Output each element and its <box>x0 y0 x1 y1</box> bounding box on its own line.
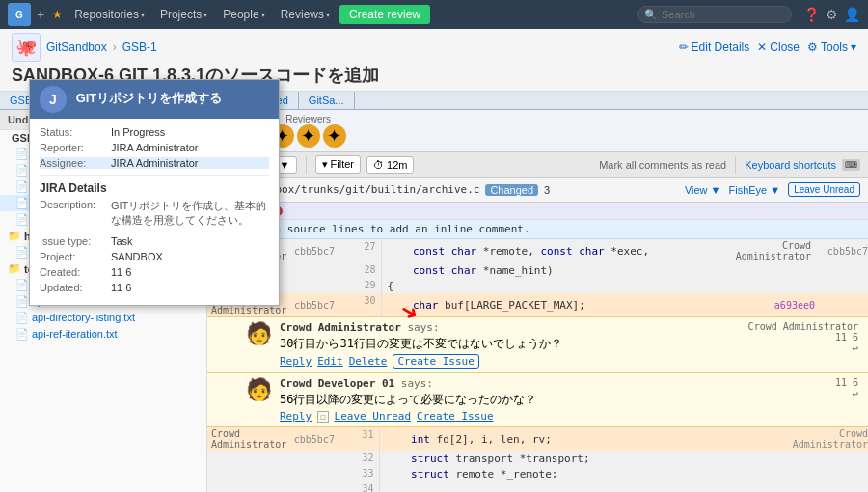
popup-jira-icon: J <box>40 86 67 113</box>
popup-assignee-row: Assignee: JIRA Administrator <box>40 157 269 169</box>
popup-jira-label: JIRA Details <box>40 181 269 195</box>
comment-content-1: Crowd Administrator says: 30行目から31行目の変更は… <box>280 321 562 369</box>
settings-icon[interactable]: ⚙ <box>826 7 838 22</box>
popup-updated-row: Updated: 11 6 <box>40 282 269 293</box>
popup-type-row: Issue type: Task <box>40 235 269 247</box>
diff-code-30[interactable]: char buf[LARGE_PACKET_MAX]; <box>381 293 728 316</box>
user-icon[interactable]: 👤 <box>844 7 860 22</box>
comment-text-2: 56行目以降の変更によって必要になったのかな？ <box>280 392 536 408</box>
search-input[interactable] <box>637 6 792 23</box>
sidebar-api-dir[interactable]: 📄api-directory-listing.txt <box>0 310 206 326</box>
comment-user-1: Crowd Administrator <box>280 321 401 334</box>
table-row: Crowd Administrator cbb5bc7 27 const cha… <box>207 239 868 262</box>
diff-code-28[interactable]: const char *name_hint) <box>381 262 728 278</box>
inline-comment-1: 🧑 Crowd Administrator says: 30行目から31行目の変… <box>207 316 868 373</box>
breadcrumb-separator: › <box>113 41 117 54</box>
mark-all-btn[interactable]: Mark all comments as read <box>599 159 726 171</box>
reviewer-avatar-2: ✦ <box>297 124 320 148</box>
comment-user-2: Crowd Developer 01 <box>280 377 394 390</box>
table-row: 34 <box>207 481 868 492</box>
nav-projects[interactable]: Projects▾ <box>154 6 213 23</box>
help-icon[interactable]: ❓ <box>803 7 820 22</box>
diff-line-32: 32 <box>346 451 379 466</box>
diff-right-user: Crowd Administrator <box>728 239 815 262</box>
reply-btn-1[interactable]: Reply <box>280 355 312 368</box>
create-issue-btn-1[interactable]: Create Issue <box>393 354 478 369</box>
nav-star-icon[interactable]: ★ <box>50 8 65 21</box>
commit-row: ▶ a693ae0 <box>207 203 868 220</box>
nav-right-icons: ❓ ⚙ 👤 <box>803 7 860 22</box>
leave-unread-btn-2[interactable]: Leave Unread <box>335 410 411 423</box>
diff-line-27: 27 <box>347 239 381 262</box>
popup-status-row: Status: In Progress <box>40 126 269 138</box>
hint-row: ☞ Click on source lines to add an inline… <box>207 220 868 239</box>
tools-button[interactable]: ⚙ Tools ▾ <box>807 41 856 54</box>
nav-people[interactable]: People▾ <box>217 6 270 23</box>
leave-unread-btn[interactable]: Leave Unread <box>788 182 860 197</box>
table-row: 33 struct remote *_remote; <box>207 466 868 481</box>
tab-gits[interactable]: GitSa... <box>299 92 355 109</box>
table-row: 29 { <box>207 278 868 293</box>
fisheye-button[interactable]: FishEye ▼ <box>728 184 780 196</box>
comment-right-2: 11 6 ↩ <box>835 377 858 423</box>
time-badge[interactable]: ⏱ 12m <box>366 156 414 174</box>
popup-separator <box>40 175 269 176</box>
edit-btn-1[interactable]: Edit <box>317 355 343 368</box>
diff-line-29: 29 <box>347 278 381 293</box>
reply-btn-2[interactable]: Reply <box>280 410 312 423</box>
search-area: 🔍 <box>637 6 792 23</box>
create-issue-btn-2[interactable]: Create Issue <box>417 410 493 423</box>
comment-avatar-2: 🧑 <box>246 377 272 423</box>
delete-btn-1[interactable]: Delete <box>349 355 388 368</box>
inline-comment-2: 🧑 Crowd Developer 01 says: 56行目以降の変更によって… <box>207 373 868 427</box>
diff-right-rev: cbb5bc7 <box>815 239 868 262</box>
table-row: Crowd Administrator cbb5bc7 31 int fd[2]… <box>207 427 868 451</box>
diff-area: ▶ a693ae0 ☞ Click on source lines to add… <box>207 203 868 492</box>
diff-code-34[interactable] <box>379 481 711 492</box>
search-wrapper: 🔍 <box>637 6 792 23</box>
toolbar-divider-1 <box>306 156 307 174</box>
diff-line-34: 34 <box>346 481 379 492</box>
jira-popup: J GITリポジトリを作成する Status: In Progress Repo… <box>29 79 280 306</box>
content-area: Moderator 🧑 Reviewers ✦ ✦ ✦ ▼ Prefs ▼ <box>207 110 868 492</box>
popup-created-row: Created: 11 6 <box>40 266 269 278</box>
table-row: 32 struct transport *transport; <box>207 451 868 466</box>
sidebar-api-ref[interactable]: 📄api-ref-iteration.txt <box>0 326 206 342</box>
keyboard-badge: ⌨ <box>842 159 860 171</box>
edit-details-button[interactable]: ✏ Edit Details <box>679 41 750 54</box>
nav-repositories[interactable]: Repositories▾ <box>68 6 150 23</box>
table-row: 28 const char *name_hint) <box>207 262 868 278</box>
comment-text-1: 30行目から31行目の変更は不変ではないでしょうか？ <box>280 336 562 352</box>
toolbar: ▼ Prefs ▼ ▾ Filter ⏱ 12m Mark all commen… <box>207 152 868 178</box>
reviewer-avatars: ✦ ✦ ✦ <box>271 124 346 148</box>
diff-code-32[interactable]: struct transport *transport; <box>379 451 711 466</box>
close-button[interactable]: ✕ Close <box>757 41 800 54</box>
comment-fold-2[interactable]: ↩ <box>852 388 858 400</box>
diff-code-31[interactable]: int fd[2], i, len, rv; <box>379 427 711 451</box>
changed-badge: Changed <box>485 184 538 196</box>
search-icon: 🔍 <box>644 9 658 21</box>
view-button[interactable]: View ▼ <box>685 184 721 196</box>
diff-table-2: Crowd Administrator cbb5bc7 31 int fd[2]… <box>207 427 868 492</box>
create-review-button[interactable]: Create review <box>339 5 430 24</box>
reviewers-group: Reviewers ✦ ✦ ✦ <box>271 114 346 148</box>
nav-reviews[interactable]: Reviews▾ <box>275 6 336 23</box>
diff-code-27[interactable]: const char *remote, const char *exec, <box>381 239 728 262</box>
diff-line-31: 31 <box>346 427 379 451</box>
reviewer-avatar-3: ✦ <box>323 124 346 148</box>
diff-line-33: 33 <box>346 466 379 481</box>
toolbar-right: Mark all comments as read Keyboard short… <box>599 156 860 174</box>
comment-header-2: Crowd Developer 01 says: <box>280 377 536 390</box>
comment-header-1: Crowd Administrator says: <box>280 321 562 334</box>
nav-plus-icon[interactable]: + <box>35 7 46 22</box>
diff-code-33[interactable]: struct remote *_remote; <box>379 466 711 481</box>
keyboard-shortcuts-btn[interactable]: Keyboard shortcuts <box>745 159 836 171</box>
breadcrumb-org[interactable]: GitSandbox <box>46 41 107 54</box>
comment-actions-1: Reply Edit Delete Create Issue <box>280 354 562 369</box>
popup-header: J GITリポジトリを作成する <box>30 80 279 119</box>
popup-reporter-row: Reporter: JIRA Administrator <box>40 142 269 153</box>
breadcrumb-project[interactable]: GSB-1 <box>122 41 157 54</box>
filter-button[interactable]: ▾ Filter <box>315 155 362 174</box>
diff-code-29[interactable]: { <box>381 278 728 293</box>
comment-fold-1[interactable]: ↩ <box>852 342 858 355</box>
